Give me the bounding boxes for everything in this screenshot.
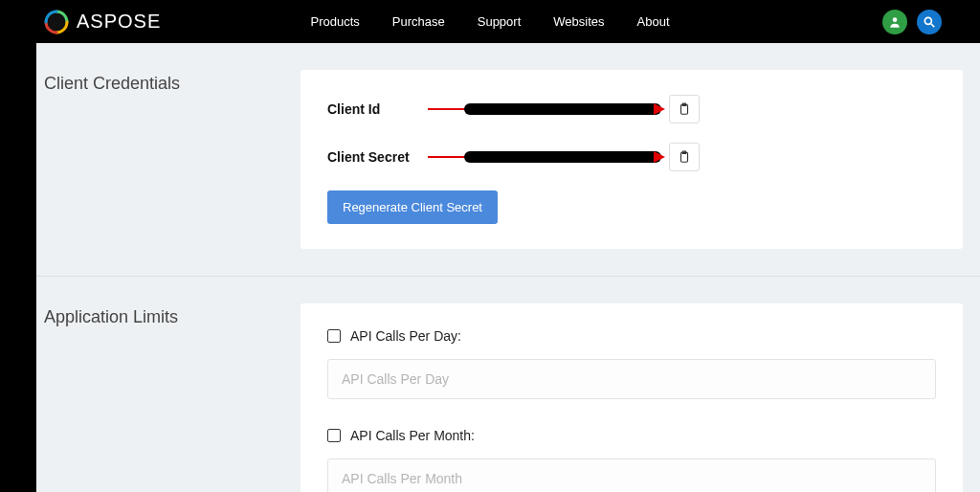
clipboard-icon [678, 101, 691, 117]
brand[interactable]: ASPOSE [44, 10, 161, 34]
section-application-limits: Application Limits API Calls Per Day: AP… [36, 276, 980, 492]
api-calls-per-day-input[interactable] [327, 359, 936, 399]
client-id-value-redacted [428, 102, 663, 116]
client-secret-label: Client Secret [327, 149, 428, 165]
client-id-row: Client Id [327, 95, 936, 123]
copy-client-secret-button[interactable] [669, 143, 700, 171]
copy-client-id-button[interactable] [669, 95, 700, 123]
search-icon [923, 15, 936, 29]
regenerate-client-secret-button[interactable]: Regenerate Client Secret [327, 190, 498, 224]
nav-about[interactable]: About [637, 14, 670, 29]
application-limits-title: Application Limits [44, 307, 301, 327]
client-secret-row: Client Secret [327, 143, 936, 171]
api-calls-per-month-label: API Calls Per Month: [350, 428, 475, 443]
nav-purchase[interactable]: Purchase [392, 14, 445, 29]
nav-products[interactable]: Products [311, 14, 360, 29]
api-calls-per-month-checkbox[interactable] [327, 429, 341, 442]
svg-point-2 [924, 17, 931, 24]
logo-swirl-icon [44, 10, 69, 34]
api-calls-per-month-input[interactable] [327, 458, 936, 492]
api-calls-per-day-checkbox[interactable] [327, 329, 341, 343]
clipboard-icon [678, 149, 691, 165]
brand-text: ASPOSE [77, 11, 161, 33]
nav-support[interactable]: Support [478, 14, 522, 29]
search-button[interactable] [917, 10, 942, 34]
nav-websites[interactable]: Websites [553, 14, 604, 29]
client-id-label: Client Id [327, 101, 428, 117]
api-calls-per-day-label: API Calls Per Day: [350, 328, 461, 344]
svg-line-3 [931, 23, 935, 27]
client-credentials-title: Client Credentials [44, 74, 301, 94]
nav-links: Products Purchase Support Websites About [311, 14, 670, 29]
section-client-credentials: Client Credentials Client Id Client Secr… [36, 43, 980, 276]
client-secret-value-redacted [428, 150, 663, 164]
topbar: ASPOSE Products Purchase Support Website… [0, 0, 980, 43]
user-icon [888, 15, 902, 29]
user-button[interactable] [882, 10, 907, 34]
svg-point-1 [893, 17, 898, 22]
